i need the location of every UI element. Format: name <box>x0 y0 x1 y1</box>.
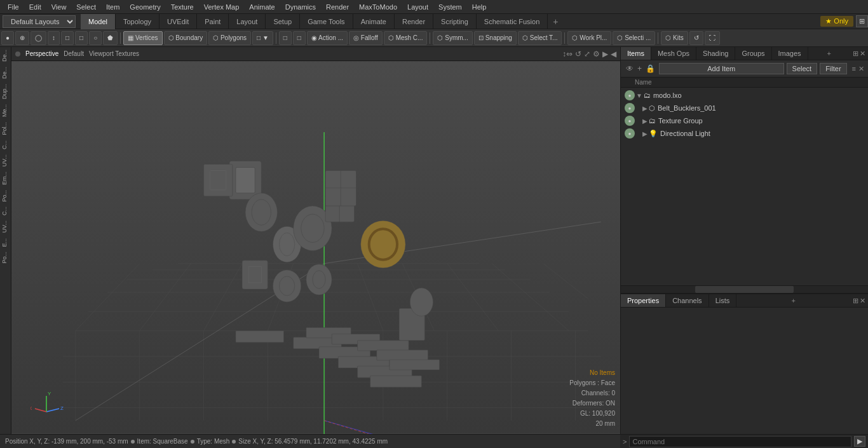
sidebar-item-pol[interactable]: Pol... <box>0 119 11 138</box>
menu-vertex-map[interactable]: Vertex Map <box>199 0 245 14</box>
items-toolbar-menu[interactable]: ≡ <box>852 65 856 72</box>
menu-texture[interactable]: Texture <box>166 0 199 14</box>
tool-transform[interactable]: ↕ <box>48 31 60 45</box>
vp-ctrl-fit[interactable]: ↕⇔ <box>562 50 573 58</box>
viewport[interactable]: Perspective Default Viewport Textures ↕⇔… <box>11 47 620 434</box>
items-tab-shading[interactable]: Shading <box>696 47 735 60</box>
add-item-button[interactable]: Add Item <box>659 63 784 74</box>
item-eye-dirlight[interactable]: ● <box>625 128 635 139</box>
items-tab-meshops[interactable]: Mesh Ops <box>651 47 696 60</box>
sidebar-item-me[interactable]: Me... <box>0 102 11 119</box>
tool-box4[interactable]: □ <box>293 31 306 45</box>
menu-maxtomodo[interactable]: MaxToModo <box>354 0 402 14</box>
vp-ctrl-settings[interactable]: ⚙ <box>593 50 600 58</box>
items-add-icon-btn[interactable]: + <box>636 63 643 74</box>
tool-falloff[interactable]: ◎ Falloff <box>349 31 383 45</box>
tool-polygons[interactable]: ⬡ Polygons <box>208 31 251 45</box>
tool-box2[interactable]: □ <box>75 31 88 45</box>
vp-ctrl-right[interactable]: ▶ <box>602 50 608 58</box>
vp-ctrl-rotate[interactable]: ↺ <box>575 50 581 58</box>
sidebar-item-em[interactable]: Em... <box>0 169 11 187</box>
tool-snap[interactable]: ◯ <box>31 31 46 45</box>
menu-layout[interactable]: Layout <box>402 0 433 14</box>
vp-ctrl-expand[interactable]: ⤢ <box>584 50 590 58</box>
tool-mode-dropdown[interactable]: □ ▼ <box>252 31 273 45</box>
layout-expand-btn[interactable]: ⊞ <box>856 15 868 27</box>
layout-tab-schematic[interactable]: Schematic Fusion <box>477 14 548 29</box>
menu-dynamics[interactable]: Dynamics <box>280 0 321 14</box>
props-tab-add[interactable]: + <box>786 294 800 307</box>
layout-tab-scripting[interactable]: Scripting <box>433 14 477 29</box>
item-eye-texgroup[interactable]: ● <box>625 116 635 126</box>
tool-poly[interactable]: ⬟ <box>103 31 118 45</box>
sidebar-item-c2[interactable]: C... <box>0 204 11 218</box>
props-close-icon[interactable]: ✕ <box>860 297 865 305</box>
menu-geometry[interactable]: Geometry <box>125 0 165 14</box>
menu-select[interactable]: Select <box>71 0 101 14</box>
props-tab-lists[interactable]: Lists <box>709 294 737 307</box>
item-eye-modo[interactable]: ● <box>625 90 635 100</box>
item-eye-belt[interactable]: ● <box>625 103 635 113</box>
sidebar-item-po2[interactable]: Po... <box>0 249 11 266</box>
sidebar-item-c1[interactable]: C... <box>0 138 11 152</box>
vp-ctrl-left[interactable]: ◀ <box>611 50 616 58</box>
items-expand-icon[interactable]: ⊞ <box>853 50 858 58</box>
menu-render[interactable]: Render <box>321 0 354 14</box>
item-row-modo[interactable]: ● ▼ 🗂 modo.lxo <box>621 89 868 102</box>
select-button[interactable]: Select <box>787 63 818 74</box>
items-tab-add[interactable]: + <box>822 47 836 60</box>
tool-select-t[interactable]: ⬡ Select T... <box>518 31 562 45</box>
menu-item[interactable]: Item <box>101 0 125 14</box>
star-only-badge[interactable]: ★ Only <box>820 16 853 27</box>
command-input[interactable] <box>629 436 851 447</box>
tool-box1[interactable]: □ <box>61 31 74 45</box>
menu-animate[interactable]: Animate <box>244 0 280 14</box>
item-expand-dirlight[interactable]: ▶ <box>642 130 648 137</box>
sidebar-item-dup[interactable]: Dup... <box>0 81 11 102</box>
sidebar-item-uv1[interactable]: UV... <box>0 152 11 169</box>
sidebar-item-uv2[interactable]: UV... <box>0 218 11 235</box>
tool-snapping[interactable]: ⊡ Snapping <box>474 31 517 45</box>
item-row-belt[interactable]: ● ▶ ⬡ Belt_Bucklers_001 <box>621 102 868 114</box>
tool-work-pl[interactable]: ⬡ Work Pl... <box>567 31 611 45</box>
layout-tab-render[interactable]: Render <box>395 14 433 29</box>
menu-view[interactable]: View <box>46 0 72 14</box>
layout-tab-topology[interactable]: Topology <box>116 14 159 29</box>
items-tab-items[interactable]: Items <box>621 47 651 60</box>
items-toolbar-close[interactable]: ✕ <box>858 65 864 73</box>
layout-tab-animate[interactable]: Animate <box>353 14 395 29</box>
tool-mesh-c[interactable]: ⬡ Mesh C... <box>384 31 428 45</box>
menu-system[interactable]: System <box>433 0 467 14</box>
command-run-button[interactable]: ▶ <box>854 436 865 447</box>
tool-action[interactable]: ◉ Action ... <box>307 31 348 45</box>
items-tab-images[interactable]: Images <box>772 47 808 60</box>
item-expand-belt[interactable]: ▶ <box>642 105 648 112</box>
layout-tab-add[interactable]: + <box>548 14 563 29</box>
tool-kits[interactable]: ⬡ Kits <box>661 31 688 45</box>
items-close-icon[interactable]: ✕ <box>860 50 865 58</box>
sidebar-item-de1[interactable]: De... <box>0 47 11 64</box>
layout-tab-setup[interactable]: Setup <box>266 14 300 29</box>
layout-tab-uvedit[interactable]: UVEdit <box>159 14 197 29</box>
tool-vertices[interactable]: ▦ Vertices <box>123 31 162 45</box>
menu-help[interactable]: Help <box>467 0 492 14</box>
items-tab-groups[interactable]: Groups <box>735 47 771 60</box>
item-expand-texgroup[interactable]: ▶ <box>642 118 648 125</box>
layout-tab-model[interactable]: Model <box>81 14 116 29</box>
filter-button[interactable]: Filter <box>820 63 846 74</box>
sidebar-item-e[interactable]: E... <box>0 236 11 250</box>
item-row-texgroup[interactable]: ● ▶ 🗂 Texture Group <box>621 114 868 127</box>
layout-dropdown[interactable]: Default Layouts <box>3 15 76 28</box>
tool-rotate-left[interactable]: ↺ <box>689 31 703 45</box>
layout-tab-gametools[interactable]: Game Tools <box>300 14 353 29</box>
tool-select-mode[interactable]: ● <box>1 31 14 45</box>
viewport-camera[interactable]: Perspective <box>25 50 58 57</box>
menu-file[interactable]: File <box>3 0 24 14</box>
item-row-dirlight[interactable]: ● ▶ 💡 Directional Light <box>621 127 868 140</box>
viewport-display-mode[interactable]: Viewport Textures <box>89 50 139 57</box>
tool-symm[interactable]: ⬡ Symm... <box>433 31 472 45</box>
tool-boundary[interactable]: ⬡ Boundary <box>164 31 208 45</box>
sidebar-item-po[interactable]: Po... <box>0 187 11 205</box>
item-expand-modo[interactable]: ▼ <box>636 92 642 99</box>
sidebar-item-de2[interactable]: De... <box>0 64 11 81</box>
